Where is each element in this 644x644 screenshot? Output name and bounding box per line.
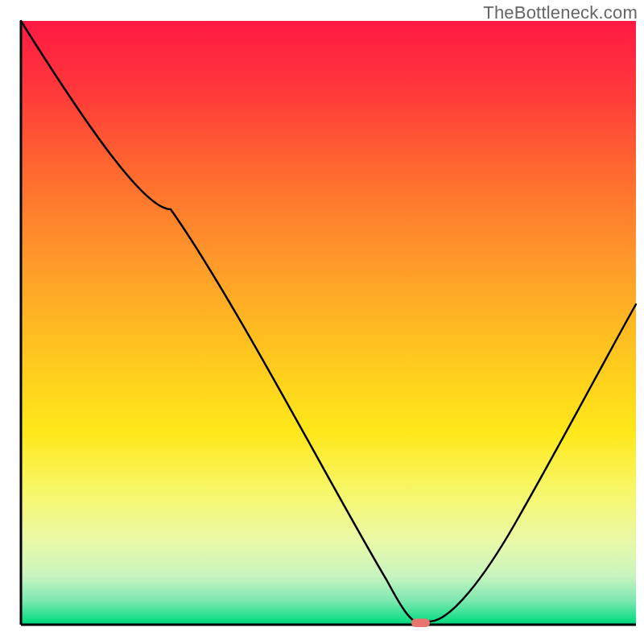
watermark-text: TheBottleneck.com bbox=[483, 2, 638, 23]
chart-plot-bg bbox=[21, 21, 636, 625]
chart-container: TheBottleneck.com bbox=[0, 0, 644, 644]
bottleneck-chart bbox=[0, 0, 644, 644]
optimal-marker bbox=[411, 619, 430, 628]
